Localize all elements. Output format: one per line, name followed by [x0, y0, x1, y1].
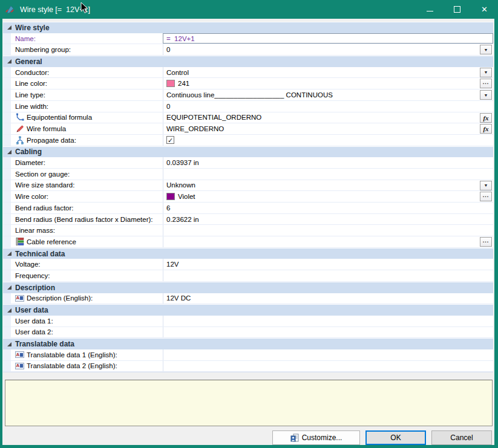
label-text: Wire formula [27, 125, 66, 132]
ok-button[interactable]: OK [365, 430, 426, 445]
label-user-data-2: User data 2: [11, 327, 163, 338]
section-header-description[interactable]: Description [3, 282, 493, 293]
field-translatable-data-1[interactable] [163, 349, 493, 360]
section-header-general[interactable]: General [3, 56, 493, 67]
cancel-button[interactable]: Cancel [431, 430, 492, 445]
ellipsis-button-cable-reference[interactable]: ... [480, 237, 492, 247]
value-text: EQUIPOTENTIAL_ORDERNO [166, 114, 261, 121]
value-text: 0.23622 in [166, 216, 199, 223]
expander-icon[interactable] [7, 308, 11, 313]
field-voltage[interactable]: 12V [163, 259, 493, 270]
label-text: User data 2: [15, 328, 53, 336]
expander-icon[interactable] [7, 59, 11, 63]
property-row-line-color: Line color:241... [3, 78, 493, 89]
field-cable-reference[interactable]: ... [163, 236, 493, 247]
value-text: Control [166, 69, 189, 76]
property-grid: Wire styleName:= 12V+1Numbering group:0▼… [3, 22, 493, 372]
dropdown-button-numbering-group[interactable]: ▼ [480, 45, 492, 54]
label-line-color: Line color: [11, 78, 163, 89]
row-gutter [3, 203, 11, 213]
expander-icon[interactable] [7, 342, 11, 346]
field-linear-mass[interactable] [163, 225, 493, 236]
field-description[interactable]: 12V DC [163, 293, 493, 304]
dropdown-button-line-type[interactable]: ▼ [480, 90, 492, 100]
expander-icon[interactable] [7, 25, 11, 30]
section-header-wire-style[interactable]: Wire style [3, 22, 493, 33]
label-translatable-data-1: ATranslatable data 1 (English): [11, 349, 163, 360]
property-row-bend-radius: Bend radius (Bend radius factor x Diamet… [3, 214, 493, 226]
dropdown-button-wire-size-standard[interactable]: ▼ [480, 181, 492, 190]
label-text: Frequency: [15, 272, 50, 279]
propagate-icon [15, 136, 24, 144]
label-wire-size-standard: Wire size standard: [11, 180, 163, 191]
row-gutter [3, 214, 11, 225]
formula-fx-button-equipotential-formula[interactable]: fx [480, 113, 492, 123]
translate-icon: A [15, 351, 24, 359]
label-text: Line width: [15, 103, 48, 110]
mouse-cursor [80, 2, 88, 16]
customize-button[interactable]: Customize... [272, 430, 360, 445]
value-text: 0.03937 in [166, 159, 199, 166]
field-user-data-2[interactable] [163, 327, 493, 338]
row-gutter [3, 123, 11, 134]
value-text: 241 [178, 80, 189, 87]
minimize-button[interactable] [416, 0, 444, 19]
label-text: Line type: [15, 91, 45, 99]
value-text: 0 [166, 46, 170, 53]
field-line-width[interactable]: 0 [163, 101, 493, 112]
row-gutter [3, 101, 11, 112]
label-text: Wire size standard: [15, 181, 74, 189]
value-text: Continuous line__________________ CONTIN… [166, 91, 333, 99]
row-gutter [3, 112, 11, 123]
value-text: = 12V+1 [166, 35, 195, 42]
label-text: Description (English): [27, 294, 93, 302]
row-gutter [3, 327, 11, 338]
field-name[interactable]: = 12V+1 [163, 33, 493, 44]
field-translatable-data-2[interactable] [163, 361, 493, 372]
cable-reference-icon [15, 238, 24, 246]
property-row-translatable-data-1: ATranslatable data 1 (English): [3, 349, 493, 361]
field-diameter[interactable]: 0.03937 in [163, 157, 493, 168]
field-bend-radius[interactable]: 0.23622 in [163, 214, 493, 225]
field-wire-formula[interactable]: WIRE_ORDERNOfx [163, 123, 493, 134]
field-line-color[interactable]: 241... [163, 78, 493, 89]
section-header-translatable-data[interactable]: Translatable data [3, 338, 493, 349]
section-header-technical-data[interactable]: Technical data [3, 248, 493, 259]
row-gutter [3, 44, 11, 55]
property-row-propagate-data: Propagate data:✓ [3, 135, 493, 146]
label-description: ADescription (English): [11, 293, 163, 304]
field-frequency[interactable] [163, 270, 493, 281]
field-user-data-1[interactable] [163, 316, 493, 326]
field-propagate-data[interactable]: ✓ [163, 135, 493, 146]
field-equipotential-formula[interactable]: EQUIPOTENTIAL_ORDERNOfx [163, 112, 493, 123]
section-header-cabling[interactable]: Cabling [3, 146, 493, 158]
field-wire-size-standard[interactable]: Unknown▼ [163, 180, 493, 191]
ellipsis-button-line-color[interactable]: ... [480, 79, 492, 88]
value-text: Unknown [166, 181, 195, 189]
field-bend-radius-factor[interactable]: 6 [163, 203, 493, 213]
row-gutter [3, 225, 11, 236]
propagate-data-checkbox[interactable]: ✓ [166, 136, 174, 144]
close-button[interactable]: ✕ [471, 0, 498, 19]
row-gutter [3, 33, 11, 44]
expander-icon[interactable] [7, 285, 11, 290]
label-text: User data 1: [15, 317, 53, 325]
expander-icon[interactable] [7, 252, 11, 256]
field-section-or-gauge[interactable] [163, 169, 493, 180]
field-line-type[interactable]: Continuous line__________________ CONTIN… [163, 89, 493, 100]
expander-icon[interactable] [7, 150, 11, 154]
maximize-button[interactable] [444, 0, 471, 19]
row-gutter [3, 293, 11, 304]
section-header-user-data[interactable]: User data [3, 304, 493, 316]
formula-fx-button-wire-formula[interactable]: fx [480, 124, 492, 134]
dropdown-button-conductor[interactable]: ▼ [480, 68, 492, 77]
field-numbering-group[interactable]: 0▼ [163, 44, 493, 55]
ellipsis-button-wire-color[interactable]: ... [480, 192, 492, 201]
label-text: Numbering group: [15, 46, 71, 53]
field-conductor[interactable]: Control▼ [163, 67, 493, 78]
row-gutter [3, 349, 11, 360]
field-wire-color[interactable]: Violet... [163, 191, 493, 202]
label-section-or-gauge: Section or gauge: [11, 169, 163, 180]
row-gutter [3, 135, 11, 146]
label-wire-formula: Wire formula [11, 123, 163, 134]
